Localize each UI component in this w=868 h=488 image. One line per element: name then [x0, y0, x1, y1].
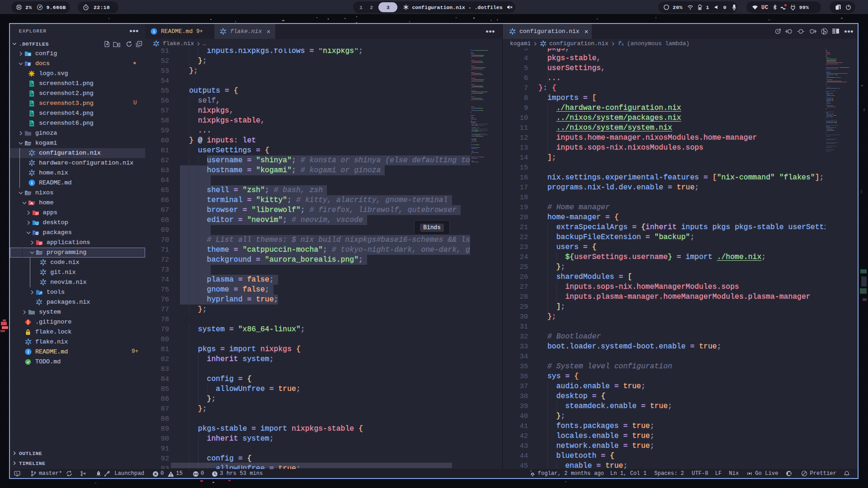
- svg-text:i: i: [31, 180, 33, 185]
- svg-text:i: i: [153, 29, 155, 34]
- svg-text:i: i: [28, 349, 29, 354]
